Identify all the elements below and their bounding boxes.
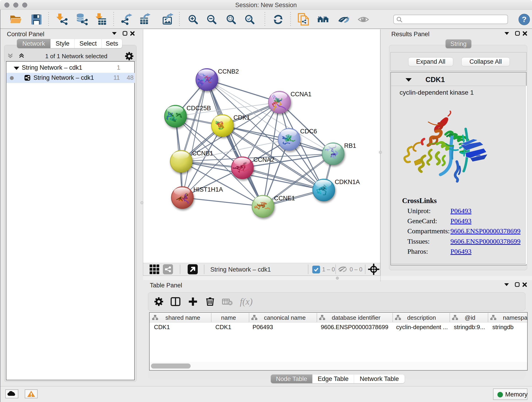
svg-text:0 – 0: 0 – 0 [350,266,362,273]
svg-text:CDC6: CDC6 [300,128,317,135]
svg-text:CDK1: CDK1 [234,114,250,121]
svg-text:1 – 0: 1 – 0 [322,266,335,273]
svg-text:@id: @id [465,314,475,321]
svg-text:CCNA1: CCNA1 [291,91,312,98]
svg-text:namespac: namespac [503,314,527,321]
svg-text:CDKN1A: CDKN1A [335,179,360,185]
svg-text:name: name [221,314,236,321]
svg-text:description: description [407,314,436,321]
svg-text:shared name: shared name [165,314,200,321]
svg-text:CCNB2: CCNB2 [218,68,239,75]
svg-text:?: ? [522,15,527,24]
svg-text:f(x): f(x) [240,296,253,307]
svg-text:CCNB1: CCNB1 [192,150,213,157]
svg-text:database identifier: database identifier [332,314,380,321]
svg-text:CDC25B: CDC25B [186,105,211,112]
svg-text:HIST1H1A: HIST1H1A [193,186,223,193]
svg-text:CCNE1: CCNE1 [274,195,295,202]
svg-text:String Network – cdk1: String Network – cdk1 [210,266,271,273]
svg-text:canonical name: canonical name [264,314,306,321]
svg-text:CCNA2: CCNA2 [253,156,274,163]
svg-text:RB1: RB1 [344,142,356,149]
